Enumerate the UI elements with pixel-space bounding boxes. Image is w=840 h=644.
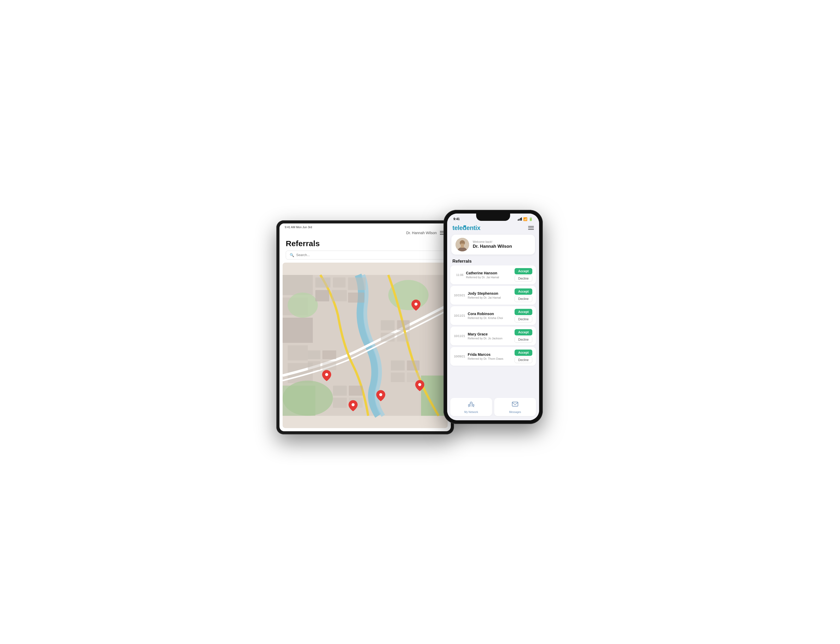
referral-date-4: 10/09/21 bbox=[454, 355, 465, 358]
svg-rect-32 bbox=[333, 398, 347, 408]
svg-rect-20 bbox=[381, 333, 395, 342]
tablet-page-title: Referrals bbox=[280, 237, 451, 251]
referral-name-1: Jody Stephenson bbox=[468, 291, 512, 296]
svg-rect-23 bbox=[322, 350, 336, 359]
referral-actions-0: Accept Decline bbox=[515, 268, 532, 282]
referral-name-4: Frida Marcos bbox=[468, 352, 512, 356]
svg-rect-13 bbox=[333, 277, 346, 288]
svg-rect-2 bbox=[283, 275, 313, 295]
svg-rect-48 bbox=[512, 402, 518, 406]
logo-text-post: entix bbox=[466, 224, 481, 231]
referral-actions-4: Accept Decline bbox=[515, 350, 532, 363]
svg-rect-21 bbox=[397, 333, 410, 342]
referral-actions-2: Accept Decline bbox=[515, 309, 532, 322]
accept-button-2[interactable]: Accept bbox=[515, 309, 532, 315]
svg-rect-28 bbox=[391, 373, 405, 382]
svg-rect-19 bbox=[397, 320, 410, 330]
svg-rect-22 bbox=[308, 350, 320, 359]
svg-rect-12 bbox=[315, 277, 330, 288]
svg-point-7 bbox=[288, 292, 318, 317]
svg-point-35 bbox=[325, 373, 328, 376]
tablet-status-bar: 9:41 AM Mon Jun 3rd bbox=[280, 223, 451, 230]
referral-info-1: Jody Stephenson Referred by Dr. Jai Hama… bbox=[468, 291, 512, 299]
decline-button-1[interactable]: Decline bbox=[515, 296, 532, 302]
welcome-card: Welcome back! Dr. Hannah Wilson bbox=[451, 235, 535, 255]
svg-point-36 bbox=[379, 393, 382, 396]
welcome-greeting: Welcome back! bbox=[473, 240, 512, 243]
svg-rect-30 bbox=[333, 386, 347, 396]
svg-point-37 bbox=[352, 403, 355, 406]
battery-icon: 🔋 bbox=[529, 217, 533, 221]
svg-point-34 bbox=[415, 302, 418, 306]
referral-info-4: Frida Marcos Referred by Dr. Thom Daws bbox=[468, 352, 512, 360]
phone-wrapper: 9:41 📶 🔋 teledentix bbox=[443, 210, 543, 424]
scene: 9:41 AM Mon Jun 3rd Dr. Hannah Wilson Re… bbox=[276, 210, 564, 434]
phone-screen: 9:41 📶 🔋 teledentix bbox=[447, 214, 539, 420]
svg-rect-18 bbox=[381, 320, 395, 330]
svg-rect-42 bbox=[461, 243, 464, 248]
svg-rect-11 bbox=[283, 386, 315, 416]
referral-by-3: Referred by Dr. Jo Jackson bbox=[468, 337, 512, 340]
phone-hamburger-menu[interactable] bbox=[528, 226, 534, 230]
my-network-icon bbox=[468, 401, 475, 409]
app-logo: teledentix bbox=[452, 224, 480, 232]
doctor-avatar bbox=[456, 238, 469, 251]
referral-date-0: 11:06 bbox=[454, 273, 463, 276]
referral-info-2: Cora Robinson Referred by Dr. Krisha Cho… bbox=[468, 312, 512, 320]
svg-rect-16 bbox=[348, 277, 366, 290]
search-input[interactable] bbox=[296, 253, 441, 257]
phone-notch bbox=[476, 214, 510, 221]
decline-button-4[interactable]: Decline bbox=[515, 357, 532, 363]
referral-actions-3: Accept Decline bbox=[515, 329, 532, 343]
tablet-doctor-name: Dr. Hannah Wilson bbox=[406, 231, 437, 235]
tablet-screen: 9:41 AM Mon Jun 3rd Dr. Hannah Wilson Re… bbox=[280, 223, 451, 431]
svg-rect-5 bbox=[288, 345, 308, 360]
welcome-doctor-name: Dr. Hannah Wilson bbox=[473, 244, 512, 249]
referral-date-1: 10/15/21 bbox=[454, 294, 465, 297]
svg-rect-15 bbox=[332, 290, 347, 301]
accept-button-1[interactable]: Accept bbox=[515, 288, 532, 295]
decline-button-0[interactable]: Decline bbox=[515, 275, 532, 282]
welcome-text: Welcome back! Dr. Hannah Wilson bbox=[473, 240, 512, 249]
referral-by-2: Referred by Dr. Krisha Choi bbox=[468, 316, 512, 320]
svg-rect-14 bbox=[315, 290, 329, 301]
phone-app-header: teledentix bbox=[447, 222, 539, 233]
svg-rect-26 bbox=[391, 360, 405, 370]
my-network-label: My Network bbox=[464, 411, 478, 414]
accept-button-3[interactable]: Accept bbox=[515, 329, 532, 335]
referrals-list: 11:06 Catherine Hanson Referred by Dr. J… bbox=[447, 266, 539, 396]
phone-time: 9:41 bbox=[453, 217, 460, 221]
referral-card-4: 10/09/21 Frida Marcos Referred by Dr. Th… bbox=[450, 347, 536, 366]
referral-name-2: Cora Robinson bbox=[468, 312, 512, 316]
tablet-device: 9:41 AM Mon Jun 3rd Dr. Hannah Wilson Re… bbox=[276, 220, 454, 434]
wifi-icon: 📶 bbox=[523, 217, 527, 221]
referral-card-3: 10/11/21 Mary Grace Referred by Dr. Jo J… bbox=[450, 327, 536, 345]
referral-name-0: Catherine Hanson bbox=[466, 271, 512, 275]
bottom-tab-messages[interactable]: Messages bbox=[494, 398, 536, 416]
svg-point-43 bbox=[470, 402, 472, 404]
tablet-search-bar[interactable]: 🔍 bbox=[286, 251, 445, 260]
messages-label: Messages bbox=[509, 411, 521, 414]
referral-by-0: Referred by Dr. Jai Hamal bbox=[466, 276, 512, 279]
bottom-tab-my-network[interactable]: My Network bbox=[450, 398, 492, 416]
referral-card-0: 11:06 Catherine Hanson Referred by Dr. J… bbox=[450, 266, 536, 284]
svg-rect-27 bbox=[407, 360, 420, 370]
svg-rect-17 bbox=[348, 292, 364, 302]
accept-button-4[interactable]: Accept bbox=[515, 350, 532, 356]
svg-rect-31 bbox=[349, 386, 362, 396]
accept-button-0[interactable]: Accept bbox=[515, 268, 532, 274]
decline-button-3[interactable]: Decline bbox=[515, 337, 532, 343]
search-icon: 🔍 bbox=[290, 253, 294, 257]
decline-button-2[interactable]: Decline bbox=[515, 316, 532, 322]
phone-bottom-bar: My Network Messages bbox=[447, 396, 539, 420]
status-icons: 📶 🔋 bbox=[518, 217, 533, 221]
signal-icon bbox=[518, 217, 522, 220]
referral-info-3: Mary Grace Referred by Dr. Jo Jackson bbox=[468, 332, 512, 340]
svg-point-38 bbox=[418, 383, 421, 386]
tablet-time: 9:41 AM Mon Jun 3rd bbox=[285, 225, 312, 229]
referral-actions-1: Accept Decline bbox=[515, 288, 532, 302]
referral-date-2: 10/11/21 bbox=[454, 314, 465, 317]
referral-by-4: Referred by Dr. Thom Daws bbox=[468, 357, 512, 360]
phone-device: 9:41 📶 🔋 teledentix bbox=[443, 210, 543, 424]
svg-rect-4 bbox=[283, 318, 313, 343]
